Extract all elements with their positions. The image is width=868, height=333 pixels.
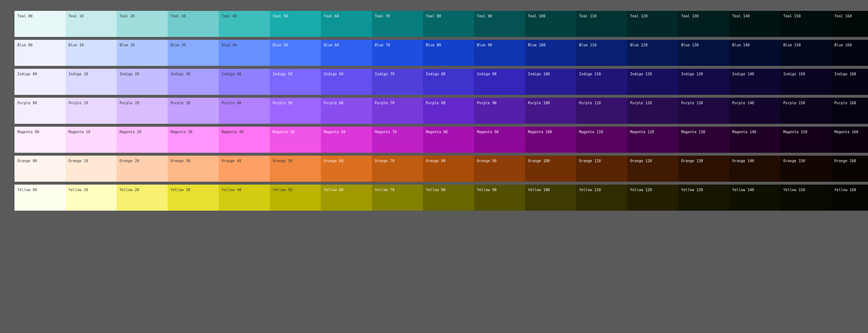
color-cell-blue-70[interactable]: Blue 70 (372, 40, 423, 66)
color-cell-indigo-80[interactable]: Indigo 80 (423, 69, 474, 95)
color-cell-blue-80[interactable]: Blue 80 (423, 40, 474, 66)
color-cell-blue-40[interactable]: Blue 40 (219, 40, 270, 66)
color-cell-blue-00[interactable]: Blue 00 (14, 40, 66, 66)
color-cell-orange-20[interactable]: Orange 20 (117, 156, 168, 182)
color-cell-magenta-20[interactable]: Magenta 20 (117, 127, 168, 153)
color-cell-orange-90[interactable]: Orange 90 (474, 156, 525, 182)
color-cell-orange-130[interactable]: Orange 130 (678, 156, 729, 182)
color-cell-yellow-130[interactable]: Yellow 130 (678, 185, 729, 211)
color-cell-indigo-130[interactable]: Indigo 130 (678, 69, 729, 95)
color-cell-blue-130[interactable]: Blue 130 (678, 40, 729, 66)
color-cell-teal-80[interactable]: Teal 80 (423, 11, 474, 37)
color-cell-indigo-40[interactable]: Indigo 40 (219, 69, 270, 95)
color-cell-magenta-110[interactable]: Magenta 110 (576, 127, 627, 153)
color-cell-yellow-120[interactable]: Yellow 120 (627, 185, 678, 211)
color-cell-teal-130[interactable]: Teal 130 (678, 11, 729, 37)
color-cell-magenta-160[interactable]: Magenta 160 (831, 127, 868, 153)
color-cell-magenta-140[interactable]: Magenta 140 (729, 127, 780, 153)
color-cell-indigo-150[interactable]: Indigo 150 (780, 69, 831, 95)
color-cell-purple-80[interactable]: Purple 80 (423, 98, 474, 124)
color-cell-yellow-70[interactable]: Yellow 70 (372, 185, 423, 211)
color-cell-orange-10[interactable]: Orange 10 (66, 156, 117, 182)
color-cell-purple-60[interactable]: Purple 60 (321, 98, 372, 124)
color-cell-indigo-30[interactable]: Indigo 30 (168, 69, 219, 95)
color-cell-yellow-60[interactable]: Yellow 60 (321, 185, 372, 211)
color-cell-yellow-110[interactable]: Yellow 110 (576, 185, 627, 211)
color-cell-yellow-90[interactable]: Yellow 90 (474, 185, 525, 211)
color-cell-yellow-40[interactable]: Yellow 40 (219, 185, 270, 211)
color-cell-blue-150[interactable]: Blue 150 (780, 40, 831, 66)
color-cell-blue-110[interactable]: Blue 110 (576, 40, 627, 66)
color-cell-blue-160[interactable]: Blue 160 (831, 40, 868, 66)
color-cell-teal-60[interactable]: Teal 60 (321, 11, 372, 37)
color-cell-orange-30[interactable]: Orange 30 (168, 156, 219, 182)
color-cell-purple-110[interactable]: Purple 110 (576, 98, 627, 124)
color-cell-yellow-10[interactable]: Yellow 10 (66, 185, 117, 211)
color-cell-yellow-160[interactable]: Yellow 160 (831, 185, 868, 211)
color-cell-purple-30[interactable]: Purple 30 (168, 98, 219, 124)
color-cell-yellow-150[interactable]: Yellow 150 (780, 185, 831, 211)
color-cell-orange-60[interactable]: Orange 60 (321, 156, 372, 182)
color-cell-magenta-00[interactable]: Magenta 00 (14, 127, 66, 153)
color-cell-indigo-90[interactable]: Indigo 90 (474, 69, 525, 95)
color-cell-orange-140[interactable]: Orange 140 (729, 156, 780, 182)
color-cell-magenta-130[interactable]: Magenta 130 (678, 127, 729, 153)
color-cell-orange-110[interactable]: Orange 110 (576, 156, 627, 182)
color-cell-blue-10[interactable]: Blue 10 (66, 40, 117, 66)
color-cell-blue-120[interactable]: Blue 120 (627, 40, 678, 66)
color-cell-teal-160[interactable]: Teal 160 (831, 11, 868, 37)
color-cell-orange-00[interactable]: Orange 00 (14, 156, 66, 182)
color-cell-orange-80[interactable]: Orange 80 (423, 156, 474, 182)
color-cell-teal-140[interactable]: Teal 140 (729, 11, 780, 37)
color-cell-teal-50[interactable]: Teal 50 (270, 11, 321, 37)
color-cell-indigo-60[interactable]: Indigo 60 (321, 69, 372, 95)
color-cell-magenta-100[interactable]: Magenta 100 (525, 127, 576, 153)
color-cell-magenta-50[interactable]: Magenta 50 (270, 127, 321, 153)
color-cell-indigo-110[interactable]: Indigo 110 (576, 69, 627, 95)
color-cell-magenta-30[interactable]: Magenta 30 (168, 127, 219, 153)
color-cell-blue-30[interactable]: Blue 30 (168, 40, 219, 66)
color-cell-teal-70[interactable]: Teal 70 (372, 11, 423, 37)
color-cell-yellow-100[interactable]: Yellow 100 (525, 185, 576, 211)
color-cell-teal-20[interactable]: Teal 20 (117, 11, 168, 37)
color-cell-purple-160[interactable]: Purple 160 (831, 98, 868, 124)
color-cell-teal-10[interactable]: Teal 10 (66, 11, 117, 37)
color-cell-orange-40[interactable]: Orange 40 (219, 156, 270, 182)
color-cell-magenta-90[interactable]: Magenta 90 (474, 127, 525, 153)
color-cell-teal-00[interactable]: Teal 00 (14, 11, 66, 37)
color-cell-purple-120[interactable]: Purple 120 (627, 98, 678, 124)
color-cell-yellow-80[interactable]: Yellow 80 (423, 185, 474, 211)
color-cell-orange-70[interactable]: Orange 70 (372, 156, 423, 182)
color-cell-indigo-50[interactable]: Indigo 50 (270, 69, 321, 95)
color-cell-blue-100[interactable]: Blue 100 (525, 40, 576, 66)
color-cell-indigo-20[interactable]: Indigo 20 (117, 69, 168, 95)
color-cell-orange-160[interactable]: Orange 160 (831, 156, 868, 182)
color-cell-orange-150[interactable]: Orange 150 (780, 156, 831, 182)
color-cell-purple-20[interactable]: Purple 20 (117, 98, 168, 124)
color-cell-yellow-00[interactable]: Yellow 00 (14, 185, 66, 211)
color-cell-indigo-140[interactable]: Indigo 140 (729, 69, 780, 95)
color-cell-purple-90[interactable]: Purple 90 (474, 98, 525, 124)
color-cell-magenta-70[interactable]: Magenta 70 (372, 127, 423, 153)
color-cell-magenta-40[interactable]: Magenta 40 (219, 127, 270, 153)
color-cell-magenta-150[interactable]: Magenta 150 (780, 127, 831, 153)
color-cell-yellow-140[interactable]: Yellow 140 (729, 185, 780, 211)
color-cell-teal-90[interactable]: Teal 90 (474, 11, 525, 37)
color-cell-teal-100[interactable]: Teal 100 (525, 11, 576, 37)
color-cell-purple-130[interactable]: Purple 130 (678, 98, 729, 124)
color-cell-purple-00[interactable]: Purple 00 (14, 98, 66, 124)
color-cell-magenta-80[interactable]: Magenta 80 (423, 127, 474, 153)
color-cell-purple-10[interactable]: Purple 10 (66, 98, 117, 124)
color-cell-purple-100[interactable]: Purple 100 (525, 98, 576, 124)
color-cell-orange-100[interactable]: Orange 100 (525, 156, 576, 182)
color-cell-yellow-20[interactable]: Yellow 20 (117, 185, 168, 211)
color-cell-purple-150[interactable]: Purple 150 (780, 98, 831, 124)
color-cell-teal-40[interactable]: Teal 40 (219, 11, 270, 37)
color-cell-indigo-120[interactable]: Indigo 120 (627, 69, 678, 95)
color-cell-teal-30[interactable]: Teal 30 (168, 11, 219, 37)
color-cell-purple-140[interactable]: Purple 140 (729, 98, 780, 124)
color-cell-orange-120[interactable]: Orange 120 (627, 156, 678, 182)
color-cell-orange-50[interactable]: Orange 50 (270, 156, 321, 182)
color-cell-yellow-30[interactable]: Yellow 30 (168, 185, 219, 211)
color-cell-teal-110[interactable]: Teal 110 (576, 11, 627, 37)
